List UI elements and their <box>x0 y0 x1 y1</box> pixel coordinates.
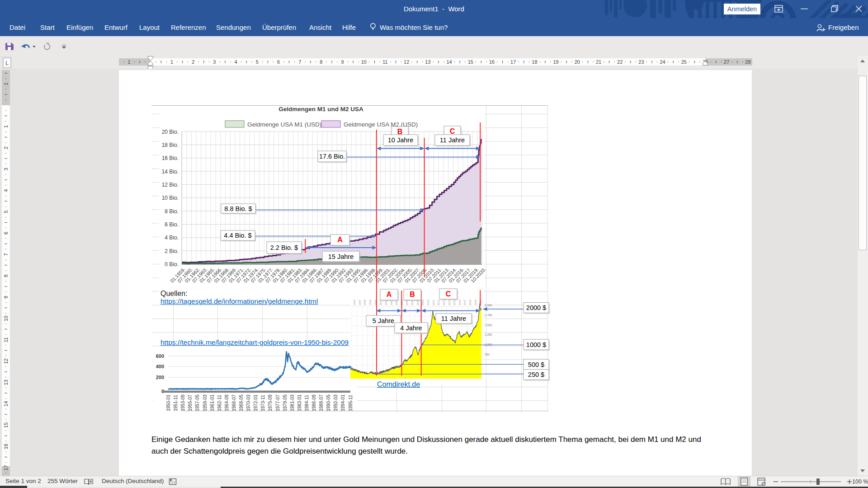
svg-text:1979-05: 1979-05 <box>283 394 288 411</box>
svg-text:11: 11 <box>3 337 9 342</box>
svg-text:2000 $: 2000 $ <box>526 304 546 311</box>
svg-text:1972-01: 1972-01 <box>253 394 258 411</box>
svg-text:20: 20 <box>575 59 580 65</box>
svg-text:19: 19 <box>553 59 558 65</box>
svg-text:14: 14 <box>3 401 9 406</box>
svg-text:1: 1 <box>3 83 9 85</box>
svg-text:12 Bio.: 12 Bio. <box>162 182 179 188</box>
svg-text:600: 600 <box>156 353 164 359</box>
svg-text:4: 4 <box>235 59 237 65</box>
svg-text:27: 27 <box>724 59 729 65</box>
svg-text:2012: 2012 <box>437 300 440 305</box>
svg-text:10: 10 <box>361 59 367 65</box>
svg-text:1964-09: 1964-09 <box>224 394 229 411</box>
svg-text:C: C <box>446 290 451 298</box>
svg-text:200: 200 <box>156 375 164 380</box>
svg-text:10 Jahre: 10 Jahre <box>388 136 413 144</box>
svg-text:17: 17 <box>3 465 9 470</box>
svg-text:1988-07: 1988-07 <box>319 394 324 411</box>
svg-text:5: 5 <box>256 59 259 65</box>
svg-text:8: 8 <box>3 274 9 277</box>
svg-text:18 Bio.: 18 Bio. <box>162 142 179 148</box>
svg-text:1998: 1998 <box>363 300 366 305</box>
svg-text:1990-05: 1990-05 <box>326 394 331 411</box>
svg-text:16 Bio.: 16 Bio. <box>162 155 179 161</box>
svg-text:0 Bio.: 0 Bio. <box>165 261 179 267</box>
svg-text:5: 5 <box>3 211 9 213</box>
svg-text:1: 1 <box>3 125 9 128</box>
svg-text:11 Jahre: 11 Jahre <box>440 136 465 144</box>
svg-text:21: 21 <box>596 59 601 65</box>
svg-text:11 Jahre: 11 Jahre <box>441 315 466 322</box>
svg-text:1957-05: 1957-05 <box>195 394 200 411</box>
svg-text:A: A <box>337 236 343 244</box>
svg-text:2015: 2015 <box>453 300 456 305</box>
svg-text:8.8 Bio. $: 8.8 Bio. $ <box>224 205 252 212</box>
svg-text:28: 28 <box>745 59 750 65</box>
svg-text:1986-09: 1986-09 <box>311 394 316 411</box>
svg-text:17.6 Bio.: 17.6 Bio. <box>319 153 345 160</box>
svg-text:2010: 2010 <box>427 300 429 305</box>
svg-text:1973-11: 1973-11 <box>260 395 265 411</box>
svg-text:1996: 1996 <box>353 300 356 305</box>
svg-text:2.2 Bio. $: 2.2 Bio. $ <box>270 244 298 251</box>
svg-text:1992-03: 1992-03 <box>333 394 338 411</box>
svg-text:15: 15 <box>468 59 473 65</box>
svg-text:7: 7 <box>3 253 9 256</box>
svg-text:2011: 2011 <box>432 300 435 305</box>
svg-text:1966-07: 1966-07 <box>231 394 236 411</box>
svg-text:400: 400 <box>156 364 164 369</box>
svg-text:20 Bio.: 20 Bio. <box>162 129 179 135</box>
svg-text:1955-07: 1955-07 <box>188 394 193 411</box>
svg-text:C: C <box>450 127 455 135</box>
svg-text:A: A <box>387 291 392 298</box>
svg-text:17: 17 <box>510 59 516 65</box>
svg-text:6: 6 <box>3 232 9 235</box>
svg-text:1.250: 1.250 <box>485 333 492 336</box>
svg-text:Geldmenge USA M1 (USD): Geldmenge USA M1 (USD) <box>247 121 321 128</box>
svg-text:1984-11: 1984-11 <box>304 395 309 411</box>
svg-text:2018: 2018 <box>469 300 472 305</box>
svg-text:2017: 2017 <box>463 300 466 305</box>
svg-text:8: 8 <box>320 59 322 65</box>
svg-text:10: 10 <box>3 316 9 321</box>
svg-text:1000 $: 1000 $ <box>526 341 546 348</box>
svg-text:8 Bio.: 8 Bio. <box>165 208 179 215</box>
svg-text:18: 18 <box>532 59 537 65</box>
svg-text:6: 6 <box>277 59 280 65</box>
svg-text:1983-01: 1983-01 <box>297 394 302 411</box>
svg-text:7: 7 <box>298 59 301 65</box>
svg-text:750: 750 <box>485 353 490 356</box>
svg-text:4: 4 <box>3 189 9 192</box>
svg-text:12: 12 <box>404 59 409 65</box>
svg-text:4 Bio.: 4 Bio. <box>165 235 179 241</box>
svg-text:9: 9 <box>341 59 344 65</box>
svg-text:1962-11: 1962-11 <box>217 395 222 411</box>
svg-text:1981-03: 1981-03 <box>290 394 295 411</box>
svg-text:15: 15 <box>3 422 9 428</box>
svg-text:16: 16 <box>3 444 9 449</box>
svg-text:15 Jahre: 15 Jahre <box>328 253 354 260</box>
svg-text:1970-03: 1970-03 <box>246 394 251 411</box>
svg-text:14 Bio.: 14 Bio. <box>162 169 179 175</box>
svg-text:2: 2 <box>192 59 194 65</box>
svg-text:Geldmengen M1 und M2 USA: Geldmengen M1 und M2 USA <box>278 106 363 113</box>
svg-text:1951-11: 1951-11 <box>173 395 178 411</box>
svg-text:1999: 1999 <box>369 300 372 305</box>
svg-text:23: 23 <box>638 59 644 65</box>
svg-text:13: 13 <box>425 59 430 65</box>
svg-text:1977-07: 1977-07 <box>275 394 280 411</box>
svg-text:B: B <box>410 291 415 298</box>
svg-text:1997: 1997 <box>359 300 361 305</box>
svg-text:9: 9 <box>3 296 9 299</box>
svg-text:1961-01: 1961-01 <box>210 394 215 411</box>
svg-text:2.000: 2.000 <box>485 304 492 307</box>
svg-text:12: 12 <box>3 358 9 364</box>
svg-text:25: 25 <box>681 59 687 65</box>
svg-text:1.500: 1.500 <box>485 324 492 327</box>
svg-text:1968-05: 1968-05 <box>239 394 244 411</box>
svg-text:1950-01: 1950-01 <box>166 394 171 411</box>
svg-text:250 $: 250 $ <box>528 371 544 378</box>
svg-text:22: 22 <box>617 59 623 65</box>
svg-text:1953-09: 1953-09 <box>180 394 185 411</box>
